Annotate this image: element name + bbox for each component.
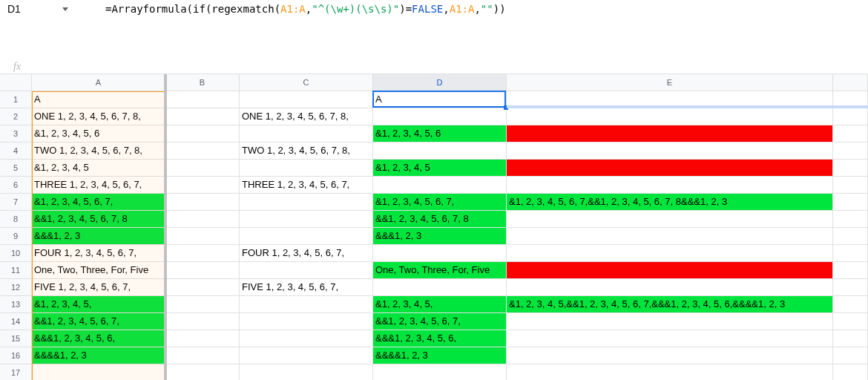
cell-13[interactable] — [833, 296, 868, 313]
cell-D12[interactable] — [373, 279, 507, 296]
cell-B6[interactable] — [165, 177, 240, 194]
cell-B2[interactable] — [165, 108, 240, 125]
cell-E5[interactable] — [507, 160, 833, 177]
cell-D17[interactable] — [373, 364, 507, 380]
row-header-13[interactable]: 13 — [0, 296, 32, 313]
cell-B3[interactable] — [165, 125, 240, 142]
cell-A5[interactable]: &1, 2, 3, 4, 5 — [32, 160, 165, 177]
cell-B11[interactable] — [165, 262, 240, 279]
cell-A3[interactable]: &1, 2, 3, 4, 5, 6 — [32, 125, 165, 142]
cell-A11[interactable]: One, Two, Three, For, Five — [32, 262, 165, 279]
cells-area[interactable]: AAONE 1, 2, 3, 4, 5, 6, 7, 8,ONE 1, 2, 3… — [32, 91, 868, 380]
cell-14[interactable] — [833, 313, 868, 330]
row-header-11[interactable]: 11 — [0, 262, 32, 279]
row-header-14[interactable]: 14 — [0, 313, 32, 330]
cell-A12[interactable]: FIVE 1, 2, 3, 4, 5, 6, 7, — [32, 279, 165, 296]
cell-E7[interactable]: &1, 2, 3, 4, 5, 6, 7,&&1, 2, 3, 4, 5, 6,… — [507, 194, 833, 211]
row-header-12[interactable]: 12 — [0, 279, 32, 296]
cell-A7[interactable]: &1, 2, 3, 4, 5, 6, 7, — [32, 194, 165, 211]
cell-B10[interactable] — [165, 245, 240, 262]
cell-A13[interactable]: &1, 2, 3, 4, 5, — [32, 296, 165, 313]
cell-E15[interactable] — [507, 330, 833, 347]
row-header-10[interactable]: 10 — [0, 245, 32, 262]
cell-D9[interactable]: &&&1, 2, 3 — [373, 228, 507, 245]
cell-A10[interactable]: FOUR 1, 2, 3, 4, 5, 6, 7, — [32, 245, 165, 262]
cell-D13[interactable]: &1, 2, 3, 4, 5, — [373, 296, 507, 313]
cell-D10[interactable] — [373, 245, 507, 262]
cell-E13[interactable]: &1, 2, 3, 4, 5,&&1, 2, 3, 4, 5, 6, 7,&&&… — [507, 296, 833, 313]
select-all-corner[interactable] — [0, 74, 32, 91]
cell-D14[interactable]: &&1, 2, 3, 4, 5, 6, 7, — [373, 313, 507, 330]
row-header-4[interactable]: 4 — [0, 142, 32, 160]
cell-D3[interactable]: &1, 2, 3, 4, 5, 6 — [373, 125, 507, 142]
cell-C6[interactable]: THREE 1, 2, 3, 4, 5, 6, 7, — [240, 177, 373, 194]
row-header-16[interactable]: 16 — [0, 347, 32, 364]
column-header-A[interactable]: A — [32, 74, 165, 91]
cell-A1[interactable]: A — [32, 91, 165, 108]
cell-12[interactable] — [833, 279, 868, 296]
cell-B14[interactable] — [165, 313, 240, 330]
cell-B13[interactable] — [165, 296, 240, 313]
row-header-15[interactable]: 15 — [0, 330, 32, 347]
row-header-8[interactable]: 8 — [0, 211, 32, 228]
cell-C7[interactable] — [240, 194, 373, 211]
cell-8[interactable] — [833, 211, 868, 228]
cell-A16[interactable]: &&&&1, 2, 3 — [32, 347, 165, 364]
cell-A6[interactable]: THREE 1, 2, 3, 4, 5, 6, 7, — [32, 177, 165, 194]
cell-C16[interactable] — [240, 347, 373, 364]
cell-C10[interactable]: FOUR 1, 2, 3, 4, 5, 6, 7, — [240, 245, 373, 262]
column-header-D[interactable]: D — [373, 74, 507, 91]
cell-B4[interactable] — [165, 142, 240, 160]
cell-E17[interactable] — [507, 364, 833, 380]
row-header-2[interactable]: 2 — [0, 108, 32, 125]
cell-9[interactable] — [833, 228, 868, 245]
cell-E16[interactable] — [507, 347, 833, 364]
row-header-9[interactable]: 9 — [0, 228, 32, 245]
cell-C9[interactable] — [240, 228, 373, 245]
cell-B9[interactable] — [165, 228, 240, 245]
chevron-down-icon[interactable] — [62, 7, 68, 11]
cell-C1[interactable] — [240, 91, 373, 108]
cell-C15[interactable] — [240, 330, 373, 347]
column-header-blank[interactable] — [833, 74, 868, 91]
row-header-1[interactable]: 1 — [0, 91, 32, 108]
cell-B8[interactable] — [165, 211, 240, 228]
cell-C14[interactable] — [240, 313, 373, 330]
cell-E12[interactable] — [507, 279, 833, 296]
cell-16[interactable] — [833, 347, 868, 364]
cell-B5[interactable] — [165, 160, 240, 177]
cell-E4[interactable] — [507, 142, 833, 160]
cell-3[interactable] — [833, 125, 868, 142]
cell-A2[interactable]: ONE 1, 2, 3, 4, 5, 6, 7, 8, — [32, 108, 165, 125]
cell-7[interactable] — [833, 194, 868, 211]
row-header-7[interactable]: 7 — [0, 194, 32, 211]
cell-15[interactable] — [833, 330, 868, 347]
cell-E14[interactable] — [507, 313, 833, 330]
cell-B15[interactable] — [165, 330, 240, 347]
cell-E9[interactable] — [507, 228, 833, 245]
cell-A14[interactable]: &&1, 2, 3, 4, 5, 6, 7, — [32, 313, 165, 330]
column-header-B[interactable]: B — [165, 74, 240, 91]
cell-C3[interactable] — [240, 125, 373, 142]
cell-D5[interactable]: &1, 2, 3, 4, 5 — [373, 160, 507, 177]
name-box[interactable]: D1 — [4, 1, 58, 16]
cell-E1[interactable] — [507, 91, 833, 108]
cell-11[interactable] — [833, 262, 868, 279]
cell-C4[interactable]: TWO 1, 2, 3, 4, 5, 6, 7, 8, — [240, 142, 373, 160]
cell-D6[interactable] — [373, 177, 507, 194]
cell-4[interactable] — [833, 142, 868, 160]
row-header-6[interactable]: 6 — [0, 177, 32, 194]
cell-C5[interactable] — [240, 160, 373, 177]
cell-D11[interactable]: One, Two, Three, For, Five — [373, 262, 507, 279]
cell-E10[interactable] — [507, 245, 833, 262]
cell-C11[interactable] — [240, 262, 373, 279]
cell-B16[interactable] — [165, 347, 240, 364]
cell-D8[interactable]: &&1, 2, 3, 4, 5, 6, 7, 8 — [373, 211, 507, 228]
row-header-17[interactable]: 17 — [0, 364, 32, 380]
row-header-5[interactable]: 5 — [0, 160, 32, 177]
cell-A4[interactable]: TWO 1, 2, 3, 4, 5, 6, 7, 8, — [32, 142, 165, 160]
cell-E6[interactable] — [507, 177, 833, 194]
cell-B7[interactable] — [165, 194, 240, 211]
cell-C13[interactable] — [240, 296, 373, 313]
cell-A17[interactable] — [32, 364, 165, 380]
